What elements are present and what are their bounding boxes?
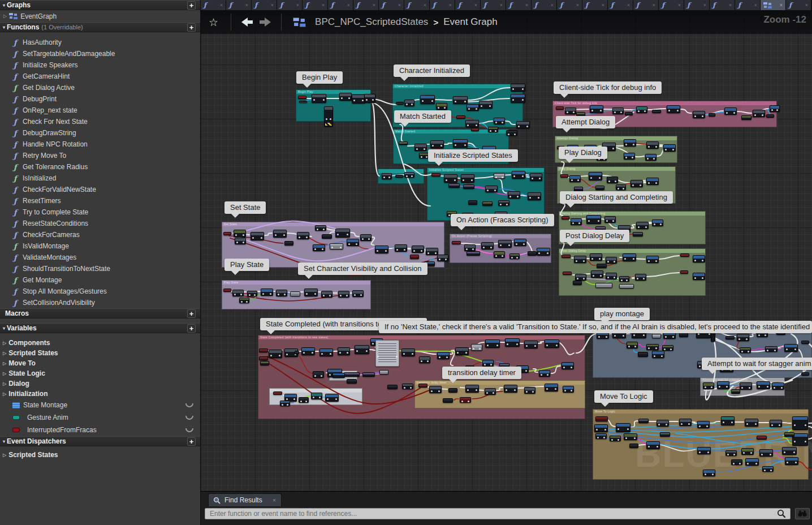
graph-node[interactable] bbox=[753, 110, 765, 117]
graph-node[interactable] bbox=[479, 101, 493, 109]
graph-node[interactable] bbox=[414, 144, 427, 151]
graph-node[interactable] bbox=[460, 397, 471, 403]
close-icon[interactable]: × bbox=[780, 2, 783, 8]
graph-node[interactable] bbox=[539, 370, 550, 377]
graph-node[interactable] bbox=[419, 356, 430, 363]
graph-node[interactable] bbox=[731, 389, 740, 394]
sidebar-function-item[interactable]: ƒCheckForValidNewState bbox=[0, 184, 200, 195]
sidebar-function-item[interactable]: ƒShouldTransitionToNextState bbox=[0, 263, 200, 274]
graph-node[interactable] bbox=[591, 270, 603, 278]
graph-node[interactable] bbox=[606, 273, 617, 279]
graph-node[interactable] bbox=[387, 385, 398, 389]
graph-node[interactable] bbox=[562, 255, 571, 258]
graph-node[interactable] bbox=[339, 93, 352, 101]
graph-node[interactable] bbox=[321, 291, 332, 298]
expand-chevron-icon[interactable]: ▷ bbox=[3, 351, 6, 356]
editor-tab-function[interactable]: ƒ× bbox=[557, 0, 582, 10]
graph-node[interactable] bbox=[629, 444, 638, 448]
graph-node[interactable] bbox=[443, 398, 453, 403]
sidebar-function-item[interactable]: ƒSetTargetableAndDamageable bbox=[0, 48, 200, 59]
graph-node[interactable] bbox=[482, 360, 494, 367]
expand-chevron-icon[interactable]: ▷ bbox=[3, 361, 6, 366]
sidebar-function-item[interactable]: ƒTry to Complete State bbox=[0, 206, 200, 218]
graph-node[interactable] bbox=[679, 333, 688, 337]
graph-node[interactable] bbox=[514, 239, 526, 246]
sidebar-function-item[interactable]: ƒDebugDrawString bbox=[0, 127, 200, 139]
graph-node[interactable] bbox=[498, 200, 509, 206]
graph-node[interactable] bbox=[590, 253, 602, 261]
event-graph-canvas[interactable]: Begin PlayCharacter InitializedMatch Sta… bbox=[201, 10, 812, 491]
graph-node[interactable] bbox=[782, 447, 797, 455]
graph-node[interactable] bbox=[762, 466, 774, 472]
graph-node[interactable] bbox=[571, 218, 582, 225]
graph-node[interactable] bbox=[338, 347, 350, 355]
graphs-section-header[interactable]: ▾ Graphs + bbox=[0, 0, 200, 10]
graph-node[interactable] bbox=[765, 346, 778, 352]
close-icon[interactable]: × bbox=[245, 2, 248, 8]
graph-node[interactable] bbox=[315, 225, 326, 231]
graph-node[interactable] bbox=[772, 382, 784, 390]
editor-tab-function[interactable]: ƒ× bbox=[430, 0, 455, 10]
graph-node[interactable] bbox=[511, 84, 525, 92]
graph-node[interactable] bbox=[693, 255, 705, 262]
graph-node[interactable] bbox=[471, 128, 479, 131]
graph-node[interactable] bbox=[784, 432, 794, 437]
graph-node[interactable] bbox=[437, 255, 448, 261]
close-icon[interactable]: × bbox=[322, 2, 325, 8]
graph-node[interactable] bbox=[352, 94, 365, 104]
sidebar-function-item[interactable]: ƒGetCameraHint bbox=[0, 71, 200, 82]
graph-node[interactable] bbox=[619, 284, 634, 289]
graph-node[interactable] bbox=[586, 215, 601, 224]
close-icon[interactable]: × bbox=[754, 2, 757, 8]
graph-node[interactable] bbox=[232, 290, 244, 296]
graph-node[interactable] bbox=[594, 424, 608, 432]
graph-node[interactable] bbox=[295, 351, 299, 354]
editor-tab-function[interactable]: ƒ× bbox=[379, 0, 404, 10]
graph-node[interactable] bbox=[636, 106, 647, 113]
graph-node[interactable] bbox=[511, 94, 525, 103]
graph-node[interactable] bbox=[506, 130, 517, 136]
graph-node[interactable] bbox=[563, 272, 572, 275]
graph-node[interactable] bbox=[399, 141, 408, 145]
graph-node[interactable] bbox=[524, 387, 535, 394]
graph-node[interactable] bbox=[467, 251, 480, 256]
graph-node[interactable] bbox=[624, 153, 635, 160]
graph-node[interactable] bbox=[299, 397, 309, 403]
find-in-blueprints-button[interactable] bbox=[795, 508, 810, 519]
graph-node[interactable] bbox=[766, 114, 774, 118]
graph-node[interactable] bbox=[304, 289, 318, 296]
graph-node[interactable] bbox=[565, 107, 576, 114]
graph-node[interactable] bbox=[663, 144, 676, 152]
close-icon[interactable]: × bbox=[373, 2, 375, 8]
graph-node[interactable] bbox=[375, 340, 399, 367]
graph-node[interactable] bbox=[467, 104, 479, 111]
graph-node[interactable] bbox=[364, 94, 375, 103]
expand-chevron-icon[interactable]: ▷ bbox=[3, 391, 6, 397]
editor-tab-function[interactable]: ƒ× bbox=[455, 0, 481, 10]
expand-chevron-icon[interactable]: ▷ bbox=[3, 14, 7, 19]
graph-node[interactable] bbox=[652, 351, 664, 358]
graph-node[interactable] bbox=[430, 140, 444, 148]
graph-node[interactable] bbox=[313, 371, 324, 378]
graph-node[interactable] bbox=[280, 401, 290, 406]
graph-node[interactable] bbox=[724, 107, 737, 115]
graph-node[interactable] bbox=[404, 100, 414, 106]
editor-tab-function[interactable]: ƒ× bbox=[608, 0, 633, 10]
graph-node[interactable] bbox=[444, 174, 457, 183]
graph-node[interactable] bbox=[623, 253, 636, 261]
graph-node[interactable] bbox=[573, 281, 582, 285]
graph-node[interactable] bbox=[697, 447, 711, 454]
graph-node[interactable] bbox=[313, 244, 325, 251]
graph-node[interactable] bbox=[463, 184, 474, 189]
graph-node[interactable] bbox=[464, 244, 476, 251]
graph-node[interactable] bbox=[468, 200, 477, 205]
editor-tab-function[interactable]: ƒ× bbox=[201, 0, 226, 10]
graph-node[interactable] bbox=[412, 246, 424, 253]
editor-tab-function[interactable]: ƒ× bbox=[532, 0, 557, 10]
graph-node[interactable] bbox=[680, 253, 689, 257]
graph-node[interactable] bbox=[693, 273, 705, 280]
graph-node[interactable] bbox=[347, 239, 359, 246]
close-icon[interactable]: × bbox=[653, 2, 655, 8]
graph-node[interactable] bbox=[269, 350, 282, 358]
editor-tab-function[interactable]: ƒ× bbox=[277, 0, 303, 10]
